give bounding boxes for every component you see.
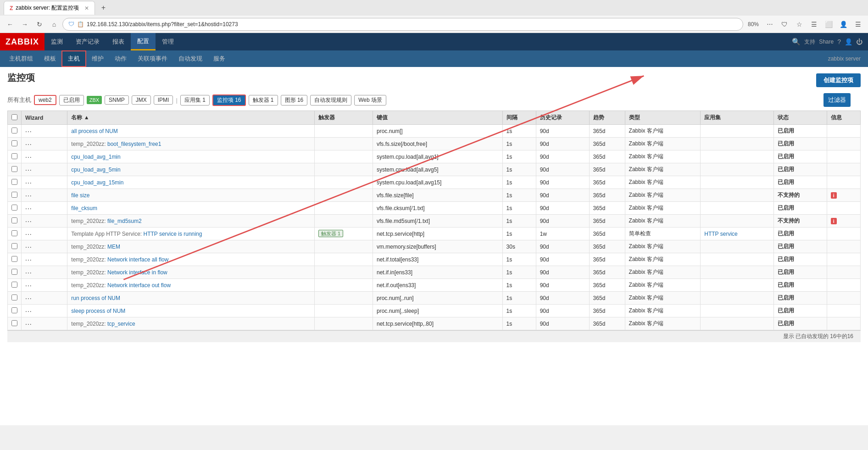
home-button[interactable]: ⌂ [48,18,61,31]
row-info[interactable]: i [827,215,860,228]
filter-zbx[interactable]: ZBX [87,96,102,104]
info-badge[interactable]: i [831,192,837,199]
row-status[interactable]: 已启用 [773,150,827,163]
row-wizard[interactable]: ··· [22,305,67,317]
menu-dots-button[interactable]: ··· [763,18,776,31]
filter-icon[interactable]: ▼ [854,96,861,104]
row-name-link[interactable]: Network interface all flow [107,256,168,263]
pocket-button[interactable]: 🛡 [778,18,791,31]
filter-snmp[interactable]: SNMP [105,95,129,105]
row-name-link[interactable]: file_cksum [71,205,97,211]
row-wizard[interactable]: ··· [22,176,67,189]
sub-nav-event-correlation[interactable]: 关联项事件 [132,50,173,67]
row-checkbox[interactable] [11,128,17,133]
row-name-link[interactable]: Network interface out flow [107,282,171,289]
row-name-link[interactable]: cpu_load_avg_15min [71,179,123,186]
row-checkbox[interactable] [11,243,17,249]
row-wizard[interactable]: ··· [22,240,67,253]
row-checkbox[interactable] [11,140,17,146]
share-link[interactable]: Share [819,39,834,45]
row-name-link[interactable]: HTTP service is running [143,231,202,237]
row-status[interactable]: 已启用 [773,202,827,215]
row-name-link[interactable]: all process of NUM [71,128,117,134]
row-name-link[interactable]: tcp_service [107,321,135,327]
filter-web2[interactable]: web2 [34,95,56,105]
row-status[interactable]: 已启用 [773,305,827,317]
row-status[interactable]: 不支持的 [773,189,827,202]
row-status[interactable]: 已启用 [773,176,827,189]
sub-nav-services[interactable]: 服务 [208,50,231,67]
row-checkbox[interactable] [11,217,17,223]
row-wizard[interactable]: ··· [22,138,67,150]
row-status[interactable]: 已启用 [773,317,827,330]
nav-item-reports[interactable]: 报表 [106,33,131,50]
tab-close-icon[interactable]: ✕ [84,5,89,11]
filter-ipmi[interactable]: IPMI [154,95,173,105]
sub-nav-maintenance[interactable]: 维护 [86,50,109,67]
row-checkbox[interactable] [11,153,17,159]
create-monitor-item-button[interactable]: 创建监控项 [816,73,861,87]
header-name[interactable]: 名称 ▲ [67,111,315,125]
filter-app-set[interactable]: 应用集 1 [180,95,210,106]
row-status[interactable]: 已启用 [773,240,827,253]
row-name-link[interactable]: run process of NUM [71,295,120,301]
filter-web[interactable]: Web 场景 [354,95,386,106]
tab-btn[interactable]: ⬜ [822,18,835,31]
sidebar-button[interactable]: ☰ [807,18,820,31]
address-bar[interactable]: 🛡 📋 192.168.152.130/zabbix/items.php?fil… [62,18,743,31]
filter-discovery[interactable]: 自动发现规则 [310,95,351,106]
forward-button[interactable]: → [18,18,31,31]
browser-menu-button[interactable]: ☰ [851,18,864,31]
row-status[interactable]: 已启用 [773,266,827,279]
row-wizard[interactable]: ··· [22,215,67,228]
browser-tab[interactable]: Z zabbix server: 配置监控项 ✕ [4,1,95,15]
row-checkbox[interactable] [11,256,17,262]
header-checkbox[interactable] [8,111,22,125]
row-status[interactable]: 已启用 [773,125,827,138]
row-checkbox[interactable] [11,230,17,236]
row-name-link[interactable]: cpu_load_avg_5min [71,167,120,173]
filter-enabled[interactable]: 已启用 [59,95,84,106]
sub-nav-templates[interactable]: 模板 [39,50,61,67]
row-checkbox[interactable] [11,282,17,288]
row-status[interactable]: 已启用 [773,279,827,292]
row-status[interactable]: 已启用 [773,292,827,305]
row-wizard[interactable]: ··· [22,253,67,266]
refresh-button[interactable]: ↻ [33,18,46,31]
row-name-link[interactable]: cpu_load_avg_1min [71,154,120,160]
filter-monitor-items[interactable]: 监控项 16 [212,94,246,106]
new-tab-button[interactable]: + [97,1,110,14]
row-wizard[interactable]: ··· [22,163,67,176]
row-status[interactable]: 已启用 [773,228,827,240]
row-checkbox[interactable] [11,294,17,300]
row-wizard[interactable]: ··· [22,279,67,292]
row-name-link[interactable]: boot_filesystem_free1 [107,141,161,147]
row-info[interactable]: i [827,189,860,202]
row-wizard[interactable]: ··· [22,228,67,240]
row-name-link[interactable]: MEM [107,244,120,250]
row-triggers[interactable]: 触发器 1 [315,228,373,240]
row-wizard[interactable]: ··· [22,292,67,305]
row-status[interactable]: 不支持的 [773,215,827,228]
row-wizard[interactable]: ··· [22,202,67,215]
user-icon[interactable]: 👤 [845,38,852,45]
sub-nav-actions[interactable]: 动作 [109,50,132,67]
sub-nav-host-groups[interactable]: 主机群组 [4,50,39,67]
nav-item-assets[interactable]: 资产记录 [69,33,106,50]
filter-triggers[interactable]: 触发器 1 [249,95,278,106]
filter-jmx[interactable]: JMX [132,95,151,105]
row-checkbox[interactable] [11,320,17,326]
row-wizard[interactable]: ··· [22,189,67,202]
row-checkbox[interactable] [11,166,17,172]
row-name-link[interactable]: sleep process of NUM [71,308,125,314]
row-checkbox[interactable] [11,192,17,198]
row-wizard[interactable]: ··· [22,150,67,163]
support-link[interactable]: 支持 [804,38,815,46]
row-name-link[interactable]: file size [71,192,89,199]
row-status[interactable]: 已启用 [773,163,827,176]
info-badge[interactable]: i [831,218,837,224]
row-checkbox[interactable] [11,205,17,211]
url-text[interactable]: 192.168.152.130/zabbix/items.php?filter_… [87,21,737,28]
row-checkbox[interactable] [11,307,17,313]
bookmark-button[interactable]: ☆ [793,18,806,31]
